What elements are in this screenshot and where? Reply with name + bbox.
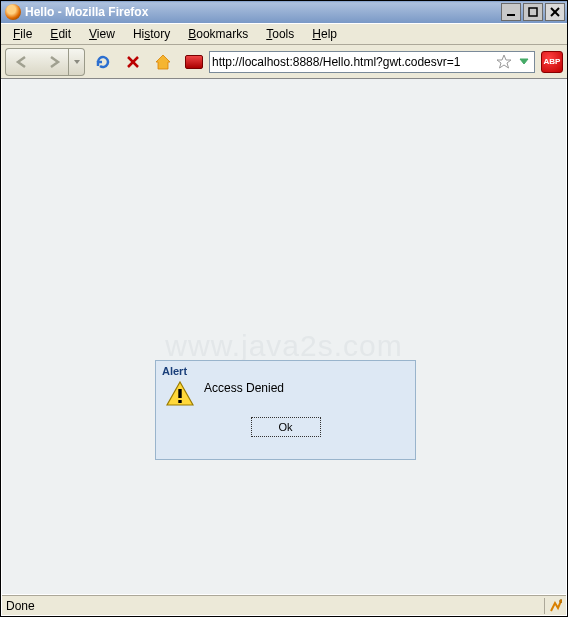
alert-dialog: Alert Access Denied Ok [155,360,416,460]
status-text: Done [6,599,544,613]
menu-history[interactable]: History [125,25,178,43]
nav-history-dropdown[interactable] [69,48,85,76]
address-bar[interactable] [209,51,535,73]
firefox-icon [5,4,21,20]
watermark: www.java2s.com [2,329,566,363]
url-dropdown-icon[interactable] [516,58,532,66]
menu-bookmarks[interactable]: Bookmarks [180,25,256,43]
alert-message: Access Denied [204,381,284,395]
svg-rect-1 [529,8,537,16]
alert-ok-button[interactable]: Ok [251,417,321,437]
menu-tools[interactable]: Tools [258,25,302,43]
bookmark-star-icon[interactable] [492,50,516,74]
menu-help[interactable]: Help [304,25,345,43]
warning-icon [166,381,194,407]
svg-rect-6 [178,389,181,398]
reload-button[interactable] [91,50,115,74]
close-button[interactable] [545,3,565,21]
window-title: Hello - Mozilla Firefox [25,5,501,19]
menu-edit[interactable]: Edit [42,25,79,43]
maximize-button[interactable] [523,3,543,21]
alert-title: Alert [156,361,415,377]
home-button[interactable] [151,50,175,74]
minimize-button[interactable] [501,3,521,21]
menu-file[interactable]: File [5,25,40,43]
site-icon [185,55,203,69]
svg-point-8 [560,599,563,602]
back-button[interactable] [5,48,39,76]
adblock-icon[interactable]: ABP [541,51,563,73]
forward-button[interactable] [39,48,69,76]
menu-view[interactable]: View [81,25,123,43]
stop-button[interactable] [121,50,145,74]
svg-rect-7 [178,400,181,403]
url-input[interactable] [212,55,492,69]
status-icon [544,598,562,614]
